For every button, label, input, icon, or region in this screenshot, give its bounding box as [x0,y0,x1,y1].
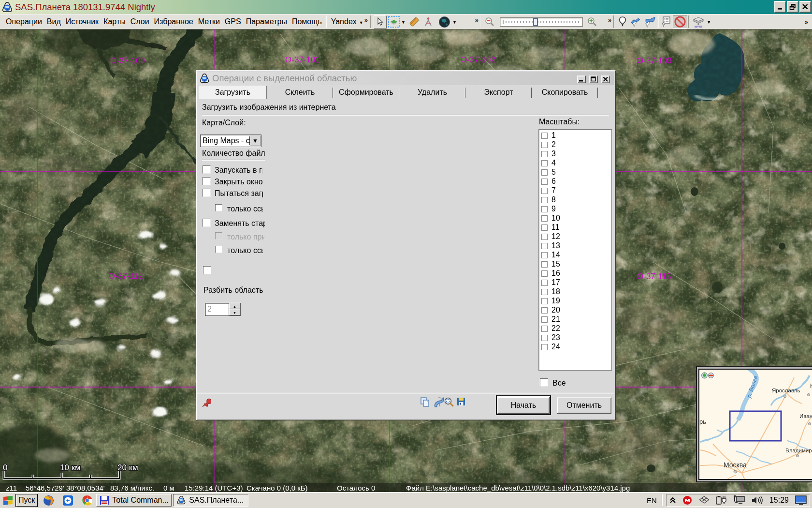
svg-text:рь: рь [699,418,706,425]
svg-text:O-37-115: O-37-115 [637,272,671,281]
svg-text:Ивано: Ивано [799,413,812,419]
svg-text:0: 0 [3,463,7,472]
svg-text:O-37-103: O-37-103 [637,56,672,65]
svg-text:O-37-100: O-37-100 [110,56,145,65]
svg-text:O-37-112: O-37-112 [109,271,143,281]
svg-text:Владимир: Владимир [785,448,812,453]
svg-text:20 км: 20 км [117,463,138,472]
svg-text:К: К [810,382,812,389]
svg-text:O-37-101: O-37-101 [285,55,320,64]
svg-text:10 км: 10 км [60,463,81,472]
svg-text:O-37-102: O-37-102 [461,55,495,64]
svg-text:Москва: Москва [724,461,747,469]
svg-text:Ярославль: Ярославль [772,388,800,393]
